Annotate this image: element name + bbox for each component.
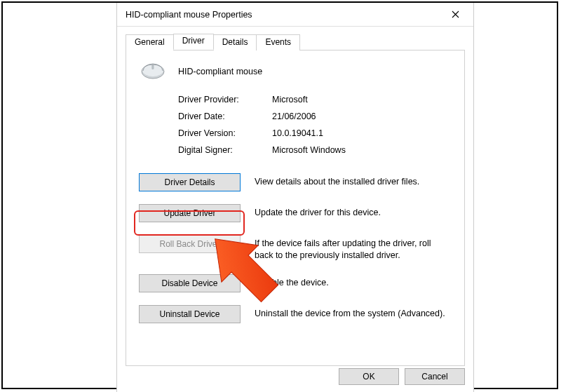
signer-value: Microsoft Windows: [272, 145, 452, 155]
disable-device-desc: Disable the device.: [255, 274, 329, 289]
close-icon: [452, 11, 459, 18]
row-update-driver: Update Driver Update the driver for this…: [139, 204, 452, 222]
driver-details-button[interactable]: Driver Details: [139, 173, 241, 191]
update-driver-button[interactable]: Update Driver: [139, 204, 241, 222]
provider-label: Driver Provider:: [178, 95, 262, 104]
window-title: HID-compliant mouse Properties: [126, 10, 441, 20]
date-value: 21/06/2006: [272, 111, 452, 121]
version-label: Driver Version:: [178, 128, 262, 138]
update-driver-desc: Update the driver for this device.: [255, 204, 381, 219]
row-roll-back-driver: Roll Back Driver If the device fails aft…: [139, 235, 452, 262]
client-area: General Driver Details Events: [117, 27, 473, 372]
titlebar: HID-compliant mouse Properties: [117, 3, 473, 27]
row-disable-device: Disable Device Disable the device.: [139, 274, 452, 292]
driver-details-desc: View details about the installed driver …: [255, 173, 419, 188]
driver-tab-panel: HID-compliant mouse Driver Provider: Mic…: [126, 50, 465, 366]
tab-events[interactable]: Events: [256, 34, 300, 50]
tab-strip: General Driver Details Events: [126, 34, 465, 50]
dialog-button-row: OK Cancel: [339, 368, 465, 385]
row-driver-details: Driver Details View details about the in…: [139, 173, 452, 191]
svg-rect-2: [151, 65, 154, 69]
provider-value: Microsoft: [272, 95, 452, 104]
mouse-icon: [139, 60, 167, 82]
uninstall-device-button[interactable]: Uninstall Device: [139, 305, 241, 323]
close-button[interactable]: [441, 5, 469, 25]
row-uninstall-device: Uninstall Device Uninstall the device fr…: [139, 305, 452, 323]
tab-general[interactable]: General: [126, 34, 174, 50]
device-header: HID-compliant mouse: [139, 60, 452, 82]
cancel-button[interactable]: Cancel: [405, 368, 465, 385]
version-value: 10.0.19041.1: [272, 128, 452, 138]
driver-info: Driver Provider: Microsoft Driver Date: …: [178, 95, 452, 155]
disable-device-button[interactable]: Disable Device: [139, 274, 241, 292]
ok-button[interactable]: OK: [339, 368, 399, 385]
signer-label: Digital Signer:: [178, 145, 262, 155]
properties-dialog: HID-compliant mouse Properties General D…: [116, 3, 474, 392]
device-name: HID-compliant mouse: [178, 67, 262, 76]
roll-back-driver-button: Roll Back Driver: [139, 235, 241, 253]
uninstall-device-desc: Uninstall the device from the system (Ad…: [255, 305, 445, 320]
date-label: Driver Date:: [178, 111, 262, 121]
outer-frame: HID-compliant mouse Properties General D…: [1, 1, 558, 389]
tab-driver[interactable]: Driver: [173, 34, 214, 50]
roll-back-driver-desc: If the device fails after updating the d…: [255, 235, 452, 262]
tab-details[interactable]: Details: [213, 34, 257, 50]
